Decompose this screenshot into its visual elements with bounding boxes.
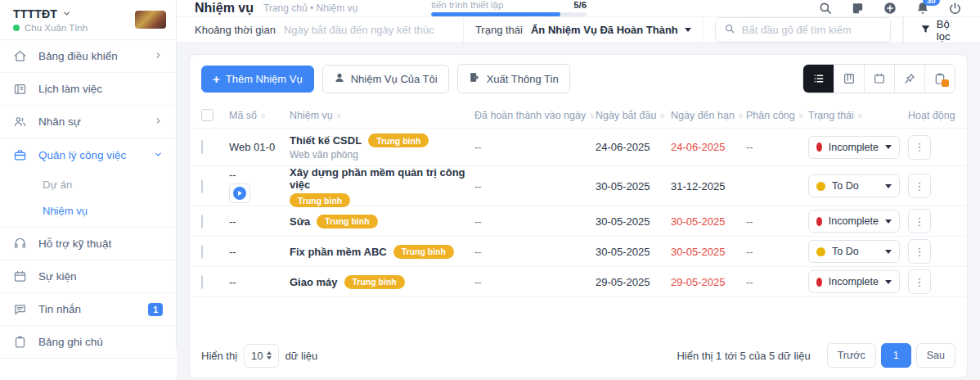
due-date: 24-06-2025 xyxy=(671,141,746,153)
note-icon[interactable] xyxy=(851,2,865,16)
main-area: Nhiệm vụ Trang chủ • Nhiệm vụ tiến trình… xyxy=(177,0,980,380)
tasks-card: + Thêm Nhiệm Vụ Nhiệm Vụ Của Tôi Xuất xyxy=(189,54,968,378)
column-header-assignee[interactable]: Phân công xyxy=(746,110,808,121)
status-dropdown[interactable]: Incomplete xyxy=(808,270,900,293)
caret-down-icon xyxy=(885,219,892,224)
row-actions-button[interactable]: ⋮ xyxy=(908,239,931,264)
search-filter xyxy=(703,17,902,43)
calendar-card-icon xyxy=(13,82,27,96)
sidebar-item-tasks[interactable]: Nhiệm vụ xyxy=(0,197,176,224)
progress-value: 5/6 xyxy=(573,0,587,10)
date-range-input[interactable] xyxy=(284,24,452,36)
caret-down-icon xyxy=(885,145,892,149)
status-dot-icon xyxy=(816,217,822,226)
power-icon[interactable] xyxy=(948,2,962,16)
org-logo xyxy=(135,11,166,29)
list-view-button[interactable] xyxy=(803,65,834,93)
status-dropdown[interactable]: To Do xyxy=(808,174,900,197)
sidebar-item-projects[interactable]: Dự án xyxy=(0,171,176,197)
sidebar-item-tech-support[interactable]: Hỗ trợ kỹ thuật xyxy=(0,228,176,260)
sidebar-item-dashboard[interactable]: Bảng điều khiển xyxy=(0,40,176,73)
row-actions-button[interactable]: ⋮ xyxy=(908,209,931,233)
add-icon[interactable] xyxy=(883,1,897,16)
caret-down-icon xyxy=(885,184,892,188)
column-header-start[interactable]: Ngày bắt đầu xyxy=(596,110,671,121)
calendar-icon xyxy=(13,269,27,283)
column-header-due[interactable]: Ngày đến hạn xyxy=(671,110,746,121)
sidebar-item-events[interactable]: Sự kiện xyxy=(0,260,176,293)
headset-icon xyxy=(13,237,27,251)
chat-icon xyxy=(13,302,27,316)
kanban-view-button[interactable] xyxy=(834,65,864,93)
sidebar-item-messages[interactable]: Tin nhắn 1 xyxy=(0,293,176,326)
page: TTTTĐT Chu Xuân Tình Bảng điều khiển xyxy=(0,0,980,380)
status-dot-icon xyxy=(816,182,825,191)
search-icon[interactable] xyxy=(818,1,833,16)
search-icon xyxy=(724,23,735,37)
column-header-task[interactable]: Nhiệm vụ xyxy=(290,110,474,121)
my-tasks-button[interactable]: Nhiệm Vụ Của Tôi xyxy=(322,65,449,93)
status-filter-select[interactable]: Ẩn Nhiệm Vụ Đã Hoàn Thành xyxy=(531,24,691,36)
row-checkbox[interactable] xyxy=(201,140,203,154)
notifications-bell-icon[interactable]: 30 xyxy=(915,1,930,16)
status-dropdown[interactable]: Incomplete xyxy=(808,210,900,233)
sidebar-item-work-calendar[interactable]: Lịch làm việc xyxy=(0,73,176,106)
pin-view-button[interactable] xyxy=(894,65,924,93)
start-date: 24-06-2025 xyxy=(596,141,671,153)
sidebar-item-hr[interactable]: Nhân sự xyxy=(0,106,176,138)
sidebar-item-label: Quản lý công việc xyxy=(38,149,142,161)
people-icon xyxy=(13,115,27,129)
row-checkbox[interactable] xyxy=(201,179,203,193)
page-size-select[interactable]: 10 xyxy=(244,344,278,368)
card-toolbar: + Thêm Nhiệm Vụ Nhiệm Vụ Của Tôi Xuất xyxy=(190,55,967,102)
task-title[interactable]: Giao máy xyxy=(290,276,338,288)
sidebar-item-work-management[interactable]: Quản lý công việc xyxy=(0,138,176,171)
search-input[interactable] xyxy=(742,24,873,36)
chevron-down-icon xyxy=(154,149,163,161)
task-code: -- xyxy=(229,246,290,258)
export-button[interactable]: Xuất Thông Tin xyxy=(457,64,570,93)
row-checkbox[interactable] xyxy=(201,245,203,259)
start-date: 30-05-2025 xyxy=(596,215,671,228)
next-page-button[interactable]: Sau xyxy=(916,343,955,368)
report-view-button[interactable] xyxy=(924,65,955,93)
column-header-status[interactable]: Trạng thái xyxy=(808,110,908,121)
status-filter-label: Trạng thái xyxy=(475,24,523,36)
updown-icon xyxy=(267,351,272,360)
status-dot-icon xyxy=(816,247,825,256)
filter-bar: Khoảng thời gian Trạng thái Ẩn Nhiệm Vụ … xyxy=(177,17,980,43)
task-title[interactable]: Thiết kế CSDL xyxy=(290,134,362,147)
page-1-button[interactable]: 1 xyxy=(881,343,911,368)
start-timer-button[interactable] xyxy=(229,183,250,203)
sidebar-item-noteboard[interactable]: Bảng ghi chú xyxy=(0,326,176,359)
chevron-right-icon xyxy=(154,50,163,62)
sidebar-item-label: Nhiệm vụ xyxy=(43,205,88,217)
column-header-completed[interactable]: Đã hoàn thành vào ngày xyxy=(474,110,596,121)
prev-page-button[interactable]: Trước xyxy=(827,343,876,368)
add-task-button[interactable]: + Thêm Nhiệm Vụ xyxy=(201,66,314,93)
task-title[interactable]: Fix phần mềm ABC xyxy=(290,246,387,258)
row-checkbox[interactable] xyxy=(201,215,203,228)
row-checkbox[interactable] xyxy=(201,275,203,289)
row-actions-button[interactable]: ⋮ xyxy=(908,135,931,160)
due-date: 30-05-2025 xyxy=(671,246,746,258)
task-title[interactable]: Xây dựng phần mềm quản trị công việc xyxy=(290,166,465,191)
calendar-view-button[interactable] xyxy=(864,65,894,93)
completed-date: -- xyxy=(474,141,596,153)
org-switcher[interactable]: TTTTĐT xyxy=(13,7,88,21)
row-actions-button[interactable]: ⋮ xyxy=(908,269,931,294)
row-actions-button[interactable]: ⋮ xyxy=(908,174,931,198)
select-all-checkbox[interactable] xyxy=(201,109,214,121)
status-dropdown[interactable]: To Do xyxy=(808,240,900,263)
status-dropdown[interactable]: Incomplete xyxy=(808,136,900,159)
task-title[interactable]: Sửa xyxy=(290,215,310,228)
briefcase-icon xyxy=(13,148,27,162)
content-area: + Thêm Nhiệm Vụ Nhiệm Vụ Của Tôi Xuất xyxy=(177,43,980,380)
filter-button[interactable]: Bộ lọc xyxy=(903,17,980,43)
report-alert-badge xyxy=(942,79,949,87)
status-dot-icon xyxy=(816,278,822,287)
status-filter-value: Ẩn Nhiệm Vụ Đã Hoàn Thành xyxy=(531,24,678,36)
priority-badge: Trung bình xyxy=(317,215,377,228)
sidebar-item-label: Hỗ trợ kỹ thuật xyxy=(38,238,163,250)
column-header-code[interactable]: Mã số xyxy=(229,110,290,121)
